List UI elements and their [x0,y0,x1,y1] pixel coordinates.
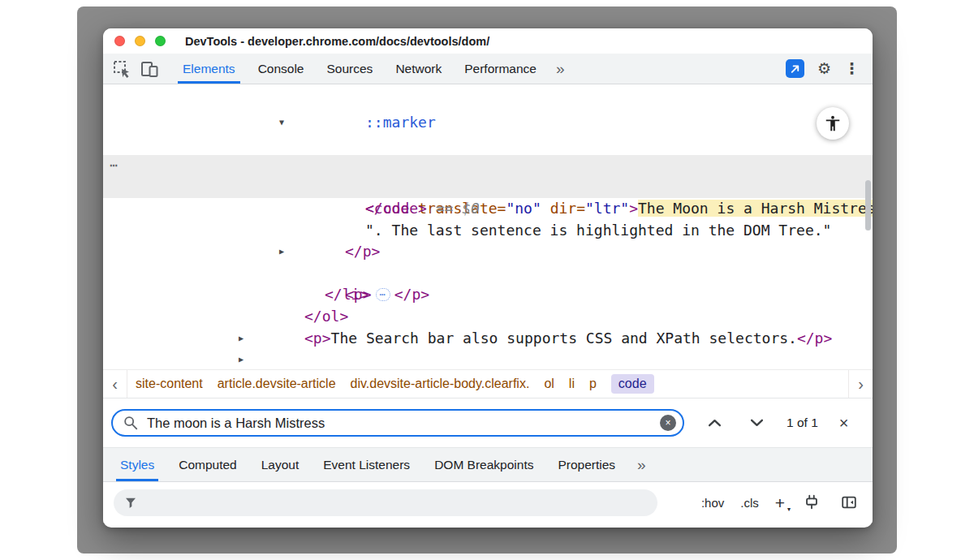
styles-toolbar: :hov .cls + ▾ [103,482,873,523]
plus-icon: + [775,493,785,512]
dom-node-text-type[interactable]: "Type " [103,133,873,155]
scrollbar-thumb[interactable] [865,180,871,230]
toggle-sidebar-button[interactable] [838,492,860,513]
search-icon [123,415,139,431]
window-titlebar: DevTools - developer.chrome.com/docs/dev… [103,28,873,54]
search-result-count: 1 of 1 [787,416,818,430]
breadcrumb-list: site-content article.devsite-article div… [127,374,664,394]
toggle-element-state-button[interactable]: :hov [701,496,724,510]
clear-search-button[interactable]: × [660,415,676,431]
tab-styles[interactable]: Styles [108,448,166,481]
sidebar-toggle-icon [840,493,858,511]
style-filter-box [114,489,657,516]
gear-icon: ⚙ [817,60,831,77]
chevron-left-icon: ‹ [112,375,118,394]
breadcrumb-bar: ‹ site-content article.devsite-article d… [103,369,873,398]
dom-node-p-collapsed-1[interactable]: ▶ <p>⋯</p> [103,241,873,263]
dom-node-text-sentence[interactable]: ". The last sentence is highlighted in t… [103,198,873,220]
search-bar: × 1 of 1 × [103,398,873,448]
search-input[interactable] [145,415,660,432]
breadcrumb-item-article[interactable]: article.devsite-article [218,377,336,391]
plug-icon [803,493,821,511]
tab-computed[interactable]: Computed [166,448,249,481]
tab-console[interactable]: Console [247,54,316,84]
close-icon: × [839,414,849,432]
tab-layout[interactable]: Layout [249,448,312,481]
sidebar-tabs: Styles Computed Layout Event Listeners D… [103,448,873,482]
next-result-button[interactable] [748,414,765,432]
tab-sources[interactable]: Sources [316,54,385,84]
chevron-double-right-icon: » [637,456,646,473]
previous-result-button[interactable] [705,414,723,432]
dom-node-p-collapsed-3[interactable]: ▶ <p>⋯</p> [103,349,873,369]
dom-tree-panel: ::marker ▼ <p> "Type " ⋯ <code translate… [103,85,873,369]
kebab-menu-icon: ⋮ [844,60,860,77]
inspect-cursor-icon [112,59,131,79]
minimize-traffic-light-button[interactable] [135,36,145,46]
expand-triangle-icon[interactable]: ▶ [235,349,248,369]
element-classes-button[interactable]: .cls [740,496,759,510]
breadcrumb-item-code[interactable]: code [611,374,654,394]
more-panels-button[interactable]: » [548,54,573,84]
chevron-up-icon [708,419,722,427]
chevron-right-icon: › [858,375,864,394]
inspect-element-button[interactable] [108,54,136,84]
accessibility-person-icon [824,114,842,132]
device-toolbar-icon [140,59,159,79]
panel-tabs: Elements Console Sources Network Perform… [171,54,573,84]
tab-performance[interactable]: Performance [453,54,548,84]
accessibility-button[interactable] [817,107,849,140]
dom-node-p-collapsed-2[interactable]: ▶ <p>⋯</p> [103,328,873,350]
tab-label: Computed [179,458,237,472]
style-filter-input[interactable] [144,495,657,510]
tab-label: Elements [183,62,235,76]
breadcrumb-item-site-content[interactable]: site-content [136,377,203,391]
dom-node-p-searchbar[interactable]: <p>The Search bar also supports CSS and … [103,306,873,328]
breadcrumb-scroll-right-button[interactable]: › [848,370,873,398]
dom-node-li-close[interactable]: </li> [103,263,873,285]
expand-triangle-icon[interactable]: ▶ [275,241,288,263]
dom-node-ol-close[interactable]: </ol> [103,284,873,306]
dom-node-pseudo-marker[interactable]: ::marker [103,90,873,112]
close-search-button[interactable]: × [839,415,849,431]
collapse-triangle-icon[interactable]: ▼ [275,112,288,134]
tab-label: Event Listeners [323,458,410,472]
tab-label: Layout [261,458,300,472]
tab-event-listeners[interactable]: Event Listeners [311,448,422,481]
new-style-rule-button[interactable]: + ▾ [775,494,785,511]
blue-badge-button[interactable] [786,59,804,78]
search-box: × [111,409,684,437]
devtools-window: DevTools - developer.chrome.com/docs/dev… [103,28,873,528]
toggle-device-toolbar-button[interactable] [136,54,163,84]
breadcrumb-scroll-left-button[interactable]: ‹ [103,370,127,398]
tab-network[interactable]: Network [384,54,453,84]
breadcrumb-item-ol[interactable]: ol [544,377,554,391]
styles-tool-button[interactable] [801,492,822,513]
breadcrumb-item-p[interactable]: p [589,377,597,391]
window-title: DevTools - developer.chrome.com/docs/dev… [185,35,489,48]
overflow-ellipsis: ⋯ [110,155,118,177]
tab-label: Sources [327,62,373,76]
breadcrumb-item-div[interactable]: div.devsite-article-body.clearfix. [351,377,530,391]
dom-node-code-selected[interactable]: ⋯ <code translate="no" dir="ltr">The Moo… [103,155,873,177]
styles-toolbar-controls: :hov .cls + ▾ [701,492,873,513]
dom-node-p-open[interactable]: ▼ <p> [103,112,873,134]
chevron-down-icon [750,419,764,427]
filter-funnel-icon [123,495,138,510]
menu-button[interactable]: ⋮ [844,61,860,76]
tab-elements[interactable]: Elements [171,54,247,84]
tab-dom-breakpoints[interactable]: DOM Breakpoints [422,448,545,481]
close-traffic-light-button[interactable] [114,36,125,46]
dom-node-p-close[interactable]: </p> [103,220,873,242]
arrow-cursor-icon [789,62,801,75]
expand-triangle-icon[interactable]: ▶ [235,328,248,350]
tab-label: Network [395,62,442,76]
tab-properties[interactable]: Properties [545,448,627,481]
devtools-toolbar: Elements Console Sources Network Perform… [103,54,873,84]
more-sidebar-tabs-button[interactable]: » [627,456,656,474]
zoom-traffic-light-button[interactable] [155,36,166,46]
breadcrumb-item-li[interactable]: li [569,377,575,391]
dom-node-code-close[interactable]: </code> == $0 [103,176,873,198]
tab-label: Performance [464,62,537,76]
settings-button[interactable]: ⚙ [817,61,831,76]
